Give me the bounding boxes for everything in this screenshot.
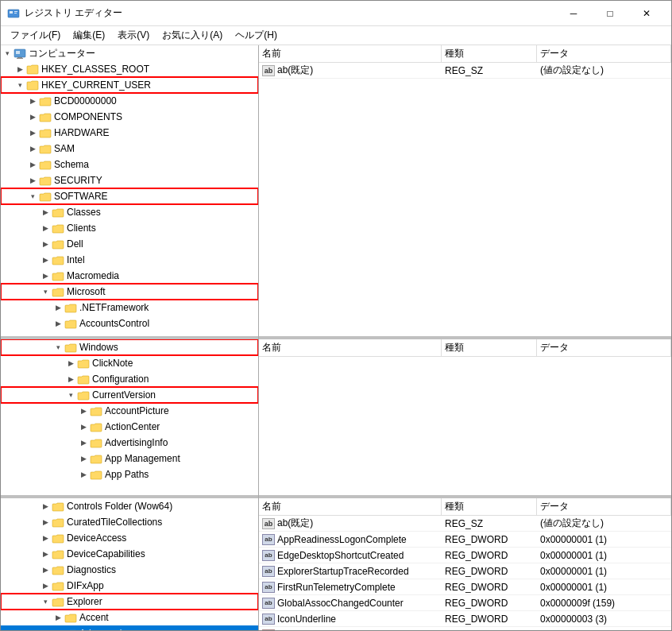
tree-node-computer[interactable]: ▾ コンピューター (1, 45, 258, 61)
col-header-data-3: データ (537, 498, 671, 515)
label-hkcr: HKEY_CLASSES_ROOT (41, 61, 149, 77)
detail-cell-name-1: ab AppReadinessLogonComplete (259, 534, 442, 545)
tree-node-microsoft[interactable]: ▾ Microsoft (1, 284, 258, 300)
tree-node-components[interactable]: ▶ COMPONENTS (1, 109, 258, 125)
folder-icon-clients (52, 222, 64, 234)
detail-row-7[interactable]: ab link REG_BINARY 15 00 00 00 (259, 627, 671, 630)
maximize-button[interactable]: □ (592, 1, 628, 26)
tree-node-bcd[interactable]: ▶ BCD00000000 (1, 93, 258, 109)
tree-node-diagnostics[interactable]: ▶ Diagnostics (1, 562, 258, 578)
tree-node-sam[interactable]: ▶ SAM (1, 141, 258, 157)
tree-node-clients[interactable]: ▶ Clients (1, 220, 258, 236)
tree-node-hkcr[interactable]: ▶ HKEY_CLASSES_ROOT (1, 61, 258, 77)
tree-node-devicecapabilities[interactable]: ▶ DeviceCapabilities (1, 546, 258, 562)
tree-node-security[interactable]: ▶ SECURITY (1, 172, 258, 188)
menu-favorites[interactable]: お気に入り(A) (156, 27, 229, 44)
folder-icon-diagnostics (52, 563, 64, 576)
tree-container-1[interactable]: ▾ コンピューター ▶ (1, 45, 258, 336)
tree-node-curatedtile[interactable]: ▶ CuratedTileCollections (1, 514, 258, 530)
label-accountscontrol: AccountsControl (79, 316, 149, 331)
label-actioncenter: ActionCenter (105, 419, 160, 435)
detail-cell-name-4: ab FirstRunTelemetryComplete (259, 582, 442, 593)
detail-rows-1[interactable]: ab ab(既定) REG_SZ (値の設定なし) (259, 63, 671, 336)
svg-rect-1 (10, 11, 13, 14)
menu-help[interactable]: ヘルプ(H) (229, 27, 284, 44)
tree-node-advanced[interactable]: ▾ Advanced (1, 625, 258, 630)
label-hardware: HARDWARE (54, 125, 110, 141)
tree-container-3[interactable]: ▶ Controls Folder (Wow64) ▶ (1, 498, 258, 630)
tree-node-intel[interactable]: ▶ Intel (1, 252, 258, 268)
dword-icon-1: ab (262, 534, 275, 545)
tree-node-schema[interactable]: ▶ Schema (1, 157, 258, 172)
tree-node-netframework[interactable]: ▶ .NETFramework (1, 300, 258, 316)
folder-icon-apppaths (90, 468, 102, 481)
expander-clicknote: ▶ (64, 355, 77, 371)
tree-node-currentversion[interactable]: ▾ CurrentVersion (1, 387, 258, 403)
tree-node-accountpicture[interactable]: ▶ AccountPicture (1, 403, 258, 419)
tree-node-macromedia[interactable]: ▶ Macromedia (1, 268, 258, 284)
label-explorer: Explorer (67, 594, 102, 610)
detail-cell-data-0: (値の設定なし) (537, 517, 671, 530)
label-currentversion: CurrentVersion (92, 387, 156, 403)
expander-bcd: ▶ (26, 93, 39, 109)
menu-edit[interactable]: 編集(E) (67, 27, 111, 44)
detail-row-5[interactable]: ab GlobalAssocChangedCounter REG_DWORD 0… (259, 595, 671, 611)
tree-node-apppaths[interactable]: ▶ App Paths (1, 466, 258, 482)
detail-row-0[interactable]: ab ab(既定) REG_SZ (値の設定なし) (259, 516, 671, 532)
label-computer: コンピューター (29, 45, 95, 61)
folder-icon-hkcu (26, 79, 39, 91)
svg-rect-7 (17, 58, 23, 59)
folder-icon-explorer (52, 595, 64, 608)
tree-container-2[interactable]: ▾ Windows ▶ (1, 339, 258, 495)
expander-apppaths: ▶ (77, 466, 90, 482)
tree-node-classes[interactable]: ▶ Classes (1, 204, 258, 220)
folder-icon-devicecapabilities (52, 548, 64, 560)
detail-rows-3[interactable]: ab ab(既定) REG_SZ (値の設定なし) ab AppReadines… (259, 516, 671, 630)
menu-view[interactable]: 表示(V) (111, 27, 156, 44)
detail-cell-type-4: REG_DWORD (442, 582, 537, 593)
detail-row-4[interactable]: ab FirstRunTelemetryComplete REG_DWORD 0… (259, 579, 671, 595)
folder-icon-actioncenter (90, 420, 102, 433)
expander-appmanagement: ▶ (77, 451, 90, 466)
tree-node-windows[interactable]: ▾ Windows (1, 339, 258, 355)
tree-node-deviceaccess[interactable]: ▶ DeviceAccess (1, 530, 258, 546)
label-advertisinginfo: AdvertisingInfo (105, 435, 168, 451)
tree-node-configuration[interactable]: ▶ Configuration (1, 371, 258, 387)
folder-icon-schema (39, 158, 52, 171)
label-sam: SAM (54, 141, 75, 157)
menu-file[interactable]: ファイル(F) (4, 27, 67, 44)
detail-row-1[interactable]: ab AppReadinessLogonComplete REG_DWORD 0… (259, 532, 671, 548)
tree-node-hkcu[interactable]: ▾ HKEY_CURRENT_USER (1, 77, 258, 93)
tree-node-clicknote[interactable]: ▶ ClickNote (1, 355, 258, 371)
minimize-button[interactable]: ─ (555, 1, 592, 26)
tree-node-difxapp[interactable]: ▶ DIFxApp (1, 578, 258, 594)
expander-macromedia: ▶ (39, 268, 52, 284)
tree-node-explorer[interactable]: ▾ Explorer (1, 594, 258, 610)
window-title: レジストリ エディター (25, 6, 555, 20)
tree-node-appmanagement[interactable]: ▶ App Management (1, 451, 258, 466)
detail-row-2[interactable]: ab EdgeDesktopShortcutCreated REG_DWORD … (259, 548, 671, 563)
tree-node-controlsfolder[interactable]: ▶ Controls Folder (Wow64) (1, 498, 258, 514)
tree-node-software[interactable]: ▾ SOFTWARE (1, 188, 258, 204)
folder-icon-hardware (39, 126, 52, 139)
detail-cell-data-6: 0x00000003 (3) (537, 614, 671, 625)
col-header-name-3: 名前 (259, 498, 442, 515)
close-button[interactable]: ✕ (628, 1, 665, 26)
registry-editor-window: レジストリ エディター ─ □ ✕ ファイル(F) 編集(E) 表示(V) お気… (0, 0, 672, 631)
tree-node-accent[interactable]: ▶ Accent (1, 610, 258, 625)
folder-icon-advanced (64, 627, 77, 630)
tree-node-accountscontrol[interactable]: ▶ AccountsControl (1, 316, 258, 331)
detail-cell-name-default-1: ab ab(既定) (259, 64, 442, 77)
tree-node-dell[interactable]: ▶ Dell (1, 236, 258, 252)
dword-icon-3: ab (262, 566, 275, 577)
detail-row-3[interactable]: ab ExplorerStartupTraceRecorded REG_DWOR… (259, 563, 671, 579)
tree-node-advertisinginfo[interactable]: ▶ AdvertisingInfo (1, 435, 258, 451)
tree-node-actioncenter[interactable]: ▶ ActionCenter (1, 419, 258, 435)
detail-row-6[interactable]: ab IconUnderline REG_DWORD 0x00000003 (3… (259, 611, 671, 627)
detail-rows-2[interactable] (259, 357, 671, 495)
tree-node-hardware[interactable]: ▶ HARDWARE (1, 125, 258, 141)
detail-cell-name-6: ab IconUnderline (259, 614, 442, 625)
label-apppaths: App Paths (105, 466, 149, 482)
detail-row-default-1[interactable]: ab ab(既定) REG_SZ (値の設定なし) (259, 63, 671, 79)
folder-icon-software (39, 190, 52, 203)
